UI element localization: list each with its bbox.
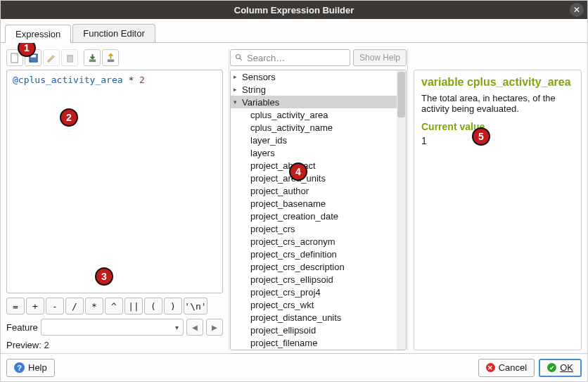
tree-scrollbar[interactable] — [397, 70, 406, 350]
svg-line-8 — [240, 58, 242, 61]
cancel-icon: ✕ — [486, 363, 495, 372]
tree-item-project-crs-wkt[interactable]: project_crs_wkt — [231, 298, 406, 311]
op-pow[interactable]: ^ — [105, 298, 123, 314]
search-placeholder: Search… — [247, 53, 285, 63]
op-mul[interactable]: * — [85, 298, 103, 314]
function-tree[interactable]: Sensors String Variables cplus_activity_… — [230, 70, 407, 350]
left-column: @cplus_activity_area * 2 = + - / * ^ || … — [6, 49, 223, 350]
ok-button[interactable]: ✔ OK — [539, 359, 582, 377]
svg-rect-2 — [30, 54, 36, 57]
op-lparen[interactable]: ( — [144, 298, 162, 314]
tree-item-project-area-units[interactable]: project_area_units — [231, 172, 406, 184]
tab-function-editor[interactable]: Function Editor — [72, 24, 155, 42]
tree-item-layers[interactable]: layers — [231, 146, 406, 159]
tree-item-cplus-activity-area[interactable]: cplus_activity_area — [231, 108, 406, 121]
tree-item-project-creation-date[interactable]: project_creation_date — [231, 210, 406, 222]
tree-item-layer-ids[interactable]: layer_ids — [231, 134, 406, 146]
feature-row: Feature ▾ ◄ ► — [6, 319, 223, 336]
tree-item-cplus-activity-name[interactable]: cplus_activity_name — [231, 121, 406, 134]
help-panel: variable cplus_activity_area The total a… — [414, 70, 582, 350]
feature-prev-button[interactable]: ◄ — [186, 319, 203, 336]
close-icon[interactable]: ✕ — [570, 3, 584, 17]
op-minus[interactable]: - — [46, 298, 64, 314]
svg-rect-6 — [107, 59, 113, 62]
tree-group-variables[interactable]: Variables — [231, 96, 406, 108]
expression-number-token: 2 — [139, 75, 145, 85]
chevron-down-icon: ▾ — [175, 324, 179, 331]
tree-item-project-crs-proj4[interactable]: project_crs_proj4 — [231, 286, 406, 298]
tree-item-project-ellipsoid[interactable]: project_ellipsoid — [231, 324, 406, 336]
preview-row: Preview: 2 — [6, 340, 223, 350]
import-expressions-icon[interactable] — [84, 49, 101, 66]
ok-icon: ✔ — [547, 363, 556, 372]
tree-item-project-basename[interactable]: project_basename — [231, 197, 406, 210]
save-expression-icon[interactable] — [25, 49, 41, 66]
tree-item-project-crs-ellipsoid[interactable]: project_crs_ellipsoid — [231, 273, 406, 286]
svg-rect-5 — [89, 59, 95, 62]
help-button-label: Help — [28, 362, 47, 373]
search-row: Search… Show Help — [230, 49, 407, 67]
expression-variable-token: @cplus_activity_area — [13, 75, 123, 85]
preview-label: Preview: — [6, 340, 41, 350]
op-concat[interactable]: || — [124, 298, 143, 314]
search-icon — [235, 53, 243, 62]
svg-rect-4 — [66, 54, 72, 56]
new-expression-icon[interactable] — [6, 49, 23, 66]
window-title: Column Expression Builder — [234, 5, 354, 15]
operator-row: = + - / * ^ || ( ) '\n' — [6, 298, 223, 314]
help-button[interactable]: ? Help — [6, 359, 55, 377]
show-help-button[interactable]: Show Help — [353, 49, 407, 66]
cancel-button[interactable]: ✕ Cancel — [478, 359, 535, 377]
preview-value: 2 — [44, 340, 49, 350]
expression-op-token: * — [128, 75, 139, 85]
op-plus[interactable]: + — [26, 298, 44, 314]
tree-item-project-crs-definition[interactable]: project_crs_definition — [231, 248, 406, 260]
help-description: The total area, in hectares, of the acti… — [421, 93, 574, 114]
footer: ? Help ✕ Cancel ✔ OK — [1, 353, 587, 381]
export-expressions-icon[interactable] — [102, 49, 119, 66]
triangle-right-icon: ► — [210, 322, 219, 333]
feature-next-button[interactable]: ► — [206, 319, 223, 336]
triangle-left-icon: ◄ — [191, 322, 200, 333]
op-newline[interactable]: '\n' — [184, 298, 207, 314]
help-icon: ? — [14, 362, 25, 373]
op-eq[interactable]: = — [6, 298, 25, 314]
middle-column: Search… Show Help Sensors String Variabl… — [229, 49, 408, 350]
op-div[interactable]: / — [65, 298, 84, 314]
delete-expression-icon[interactable] — [61, 49, 78, 66]
feature-label: Feature — [6, 322, 38, 333]
expression-toolbar — [6, 49, 223, 67]
tree-item-project-abstract[interactable]: project_abstract — [231, 159, 406, 172]
tree-item-project-crs-acronym[interactable]: project_crs_acronym — [231, 235, 406, 248]
tree-item-project-distance-units[interactable]: project_distance_units — [231, 311, 406, 324]
body: 1 2 3 4 5 @cplus_activity_area * 2 — [1, 43, 587, 353]
help-title: variable cplus_activity_area — [421, 76, 574, 89]
expression-editor[interactable]: @cplus_activity_area * 2 — [6, 70, 223, 293]
help-current-value: 1 — [421, 135, 574, 146]
right-column: variable cplus_activity_area The total a… — [414, 49, 582, 350]
tree-item-project-folder[interactable]: project_folder — [231, 349, 406, 350]
tree-item-project-filename[interactable]: project_filename — [231, 336, 406, 349]
window: Column Expression Builder ✕ Expression F… — [0, 0, 588, 382]
tree-item-project-crs-description[interactable]: project_crs_description — [231, 260, 406, 273]
help-current-value-label: Current value — [421, 121, 574, 132]
tree-item-project-author[interactable]: project_author — [231, 184, 406, 197]
op-rparen[interactable]: ) — [164, 298, 182, 314]
feature-combobox[interactable]: ▾ — [41, 319, 184, 336]
titlebar: Column Expression Builder ✕ — [1, 1, 587, 19]
tree-group-string[interactable]: String — [231, 83, 406, 96]
search-input[interactable]: Search… — [230, 49, 350, 66]
tab-expression[interactable]: Expression — [5, 25, 71, 43]
ok-button-label: OK — [560, 362, 573, 373]
tree-scrollbar-thumb[interactable] — [397, 72, 405, 117]
edit-expression-icon[interactable] — [43, 49, 60, 66]
cancel-button-label: Cancel — [499, 362, 527, 373]
tabs: Expression Function Editor — [1, 22, 587, 43]
svg-rect-3 — [67, 56, 72, 61]
tree-item-project-crs[interactable]: project_crs — [231, 222, 406, 235]
tree-group-sensors[interactable]: Sensors — [231, 70, 406, 83]
svg-point-7 — [236, 55, 241, 59]
